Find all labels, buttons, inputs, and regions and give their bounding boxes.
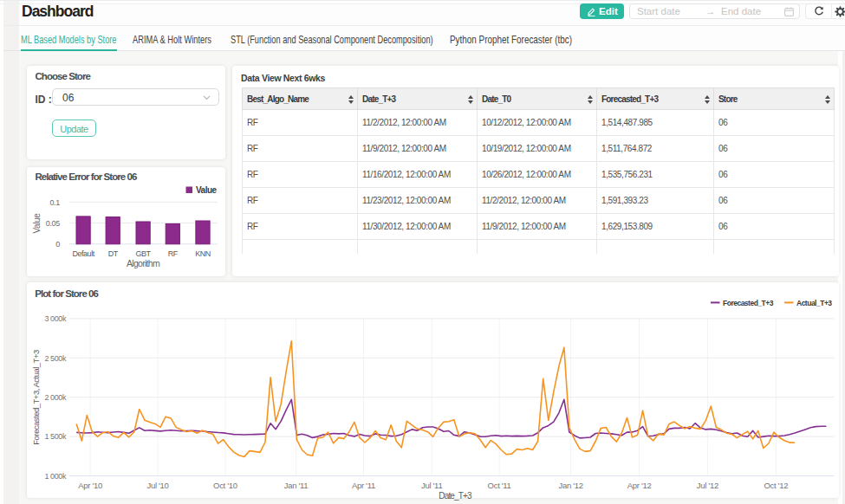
svg-text:Oct '11: Oct '11 [488, 481, 511, 490]
svg-text:Apr '11: Apr '11 [352, 481, 375, 490]
svg-text:Forecasted_T+3: Forecasted_T+3 [723, 299, 774, 307]
svg-text:Jan '11: Jan '11 [284, 481, 309, 490]
svg-text:Jul '12: Jul '12 [697, 481, 718, 490]
svg-text:Jul '10: Jul '10 [146, 481, 168, 490]
svg-text:Default: Default [72, 249, 94, 258]
svg-text:0.1: 0.1 [49, 198, 60, 207]
svg-text:Apr '10: Apr '10 [78, 481, 102, 490]
svg-text:Algorithm: Algorithm [127, 258, 160, 268]
svg-text:Oct '10: Oct '10 [213, 481, 237, 490]
svg-text:Jan '12: Jan '12 [559, 481, 583, 490]
svg-text:Value: Value [32, 213, 42, 234]
svg-text:0: 0 [55, 240, 60, 249]
svg-text:3 000k: 3 000k [44, 314, 67, 323]
svg-text:Actual_T+3: Actual_T+3 [796, 299, 832, 307]
svg-text:0.05: 0.05 [46, 219, 61, 228]
svg-text:RF: RF [168, 249, 179, 258]
svg-text:2 500k: 2 500k [44, 354, 67, 363]
svg-text:Value: Value [196, 185, 218, 195]
svg-text:GBT: GBT [136, 249, 152, 258]
svg-text:DT: DT [108, 249, 119, 258]
svg-text:KNN: KNN [195, 249, 211, 258]
svg-text:Jul '11: Jul '11 [421, 481, 442, 490]
svg-text:Date_T+3: Date_T+3 [439, 491, 472, 501]
svg-text:1 000k: 1 000k [44, 472, 67, 481]
svg-text:Forecasted_T+3, Actual_T+3: Forecasted_T+3, Actual_T+3 [31, 350, 41, 445]
svg-text:1 500k: 1 500k [44, 432, 67, 441]
svg-text:Apr '12: Apr '12 [627, 481, 652, 490]
svg-text:Oct '12: Oct '12 [764, 481, 788, 490]
svg-text:2 000k: 2 000k [44, 393, 67, 402]
